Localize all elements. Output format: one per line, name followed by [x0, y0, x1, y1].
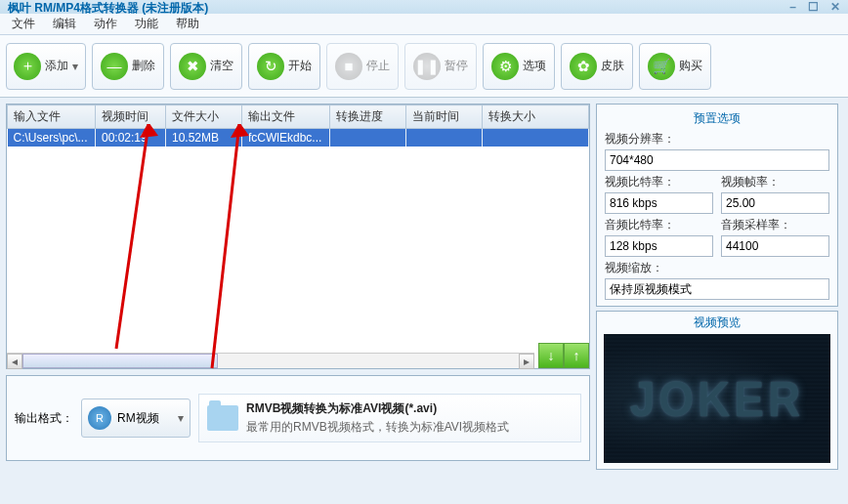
cart-icon: 🛒 [648, 53, 675, 80]
plus-icon: ＋ [14, 53, 41, 80]
table-row[interactable]: C:\Users\pc\... 00:02:19 10.52MB fcCWlEk… [8, 129, 589, 147]
col-convsize[interactable]: 转换大小 [483, 105, 589, 129]
samplerate-select[interactable] [721, 235, 829, 257]
preview-screen[interactable]: JOKER [604, 334, 830, 463]
fps-select[interactable] [721, 192, 829, 214]
scroll-left-icon[interactable]: ◂ [7, 354, 22, 369]
minus-icon: — [101, 53, 128, 80]
pause-button[interactable]: ❚❚暂停 [404, 43, 477, 90]
toolbar: ＋添加▾ —删除 ✖清空 ↻开始 ■停止 ❚❚暂停 ⚙选项 ✿皮肤 🛒购买 [0, 35, 848, 98]
col-input[interactable]: 输入文件 [8, 105, 96, 129]
format-icon: R [88, 406, 111, 430]
delete-button[interactable]: —删除 [92, 43, 164, 90]
fps-label: 视频帧率： [721, 174, 829, 190]
clear-button[interactable]: ✖清空 [170, 43, 242, 90]
stop-button[interactable]: ■停止 [326, 43, 399, 90]
menu-function[interactable]: 功能 [127, 14, 166, 34]
file-table[interactable]: 输入文件 视频时间 文件大小 输出文件 转换进度 当前时间 转换大小 C:\Us… [6, 104, 590, 369]
zoom-select[interactable] [605, 278, 829, 300]
abitrate-label: 音频比特率： [605, 217, 713, 233]
zoom-label: 视频缩放： [605, 260, 829, 276]
preview-text: JOKER [630, 369, 804, 427]
col-curtime[interactable]: 当前时间 [406, 105, 483, 129]
close-button[interactable]: ✕ [830, 0, 840, 14]
chevron-down-icon: ▾ [72, 60, 78, 73]
options-button[interactable]: ⚙选项 [483, 43, 555, 90]
chevron-down-icon: ▾ [178, 411, 184, 425]
svg-line-2 [212, 124, 239, 368]
folder-icon [207, 405, 238, 431]
stop-icon: ■ [335, 53, 362, 80]
presets-panel: 预置选项 视频分辨率： 视频比特率： 视频帧率： 音频比特率： [596, 104, 838, 307]
start-button[interactable]: ↻开始 [248, 43, 320, 90]
menubar: 文件 编辑 动作 功能 帮助 [0, 14, 848, 35]
vbitrate-select[interactable] [605, 192, 713, 214]
col-progress[interactable]: 转换进度 [330, 105, 406, 129]
scroll-right-icon[interactable]: ▸ [519, 354, 534, 369]
preview-title: 视频预览 [597, 312, 837, 334]
col-duration[interactable]: 视频时间 [96, 105, 166, 129]
buy-button[interactable]: 🛒购买 [639, 43, 711, 90]
refresh-icon: ↻ [257, 53, 284, 80]
apple-icon: ✿ [570, 53, 597, 80]
move-up-button[interactable]: ↑ [564, 343, 589, 368]
menu-edit[interactable]: 编辑 [45, 14, 84, 34]
menu-file[interactable]: 文件 [4, 14, 43, 34]
preview-panel: 视频预览 JOKER [596, 311, 838, 470]
menu-help[interactable]: 帮助 [168, 14, 207, 34]
col-size[interactable]: 文件大小 [166, 105, 242, 129]
scroll-thumb[interactable] [22, 354, 218, 368]
svg-line-0 [116, 124, 148, 349]
col-output[interactable]: 输出文件 [242, 105, 330, 129]
output-format-label: 输出格式： [15, 410, 73, 427]
add-button[interactable]: ＋添加▾ [6, 43, 86, 90]
pause-icon: ❚❚ [413, 53, 441, 80]
resolution-select[interactable] [605, 149, 829, 171]
gear-icon: ⚙ [491, 53, 519, 80]
skin-button[interactable]: ✿皮肤 [561, 43, 633, 90]
x-icon: ✖ [179, 53, 206, 80]
menu-action[interactable]: 动作 [86, 14, 125, 34]
samplerate-label: 音频采样率： [721, 217, 829, 233]
maximize-button[interactable]: ☐ [808, 0, 819, 14]
format-description[interactable]: RMVB视频转换为标准AVI视频(*.avi) 最常用的RMVB视频格式，转换为… [198, 394, 581, 442]
vbitrate-label: 视频比特率： [605, 174, 713, 190]
output-format-panel: 输出格式： R RM视频 ▾ RMVB视频转换为标准AVI视频(*.avi) 最… [6, 375, 590, 461]
horizontal-scrollbar[interactable]: ◂ ▸ [7, 353, 534, 368]
presets-title: 预置选项 [605, 110, 829, 127]
move-down-button[interactable]: ↓ [538, 343, 564, 368]
resolution-label: 视频分辨率： [605, 131, 829, 147]
abitrate-select[interactable] [605, 235, 713, 257]
minimize-button[interactable]: – [789, 0, 796, 14]
output-format-button[interactable]: R RM视频 ▾ [81, 399, 191, 438]
annotation-arrow [105, 124, 163, 358]
annotation-arrow [192, 124, 251, 378]
